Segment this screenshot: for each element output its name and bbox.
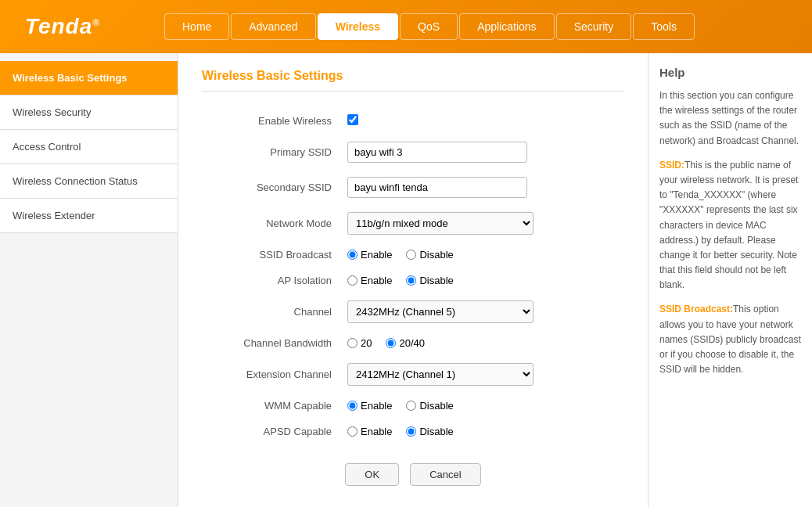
ap-isolation-enable-label[interactable]: Enable (347, 275, 392, 286)
ap-isolation-radio-group: Enable Disable (347, 275, 620, 286)
secondary-ssid-input[interactable] (347, 177, 527, 198)
content-title: Wireless Basic Settings (202, 69, 624, 92)
sidebar-item-wireless-connection-status[interactable]: Wireless Connection Status (0, 164, 178, 199)
channel-bandwidth-radio-group: 20 20/40 (347, 337, 620, 349)
channel-row: Channel 2432MHz (Channel 5) 2412MHz (Cha… (202, 293, 624, 330)
nav-security[interactable]: Security (556, 13, 632, 40)
wmm-disable-text: Disable (419, 400, 453, 412)
secondary-ssid-label: Secondary SSID (202, 170, 343, 205)
ok-button[interactable]: OK (345, 463, 399, 486)
apsd-enable-text: Enable (361, 426, 392, 437)
logo-text: Tenda® (25, 14, 100, 39)
channel-select[interactable]: 2432MHz (Channel 5) 2412MHz (Channel 1) … (347, 300, 534, 323)
primary-ssid-row: Primary SSID (202, 135, 624, 170)
help-intro: In this section you can configure the wi… (659, 88, 801, 149)
wmm-enable-label[interactable]: Enable (347, 400, 392, 412)
channel-bandwidth-20-text: 20 (361, 337, 372, 349)
help-ssid-block: SSID:This is the public name of your wir… (659, 158, 801, 293)
apsd-capable-label: APSD Capable (202, 419, 343, 444)
nav-applications[interactable]: Applications (459, 13, 555, 40)
logo-registered: ® (92, 17, 100, 28)
main-layout: Wireless Basic Settings Wireless Securit… (0, 53, 812, 507)
logo: Tenda® (8, 7, 117, 46)
ssid-broadcast-label: SSID Broadcast (202, 242, 343, 268)
cancel-button[interactable]: Cancel (410, 463, 480, 486)
network-mode-select[interactable]: 11b/g/n mixed mode 11b only 11g only 11n… (347, 212, 534, 235)
sidebar-item-wireless-security[interactable]: Wireless Security (0, 95, 178, 130)
channel-label: Channel (202, 293, 343, 330)
enable-wireless-label: Enable Wireless (202, 107, 343, 135)
ssid-broadcast-radio-group: Enable Disable (347, 249, 620, 261)
extension-channel-field: 2412MHz (Channel 1) 2432MHz (Channel 5) (343, 356, 624, 393)
ap-isolation-field: Enable Disable (343, 268, 624, 293)
network-mode-row: Network Mode 11b/g/n mixed mode 11b only… (202, 205, 624, 242)
ssid-broadcast-enable-radio[interactable] (347, 250, 357, 260)
apsd-capable-field: Enable Disable (343, 419, 624, 444)
help-ssid-broadcast-label: SSID Broadcast: (659, 304, 733, 315)
extension-channel-select[interactable]: 2412MHz (Channel 1) 2432MHz (Channel 5) (347, 363, 534, 386)
sidebar-item-access-control[interactable]: Access Control (0, 130, 178, 164)
wmm-capable-label: WMM Capable (202, 393, 343, 419)
apsd-disable-text: Disable (419, 426, 453, 437)
primary-ssid-label: Primary SSID (202, 135, 343, 170)
wmm-enable-text: Enable (361, 400, 392, 412)
help-ssid-label: SSID: (659, 160, 684, 171)
primary-ssid-input[interactable] (347, 142, 527, 163)
ap-isolation-disable-text: Disable (419, 275, 453, 286)
primary-ssid-field (343, 135, 624, 170)
channel-bandwidth-20-label[interactable]: 20 (347, 337, 372, 349)
apsd-disable-label[interactable]: Disable (406, 426, 453, 437)
wmm-enable-radio[interactable] (347, 401, 357, 411)
channel-bandwidth-2040-label[interactable]: 20/40 (386, 337, 425, 349)
content-area: Wireless Basic Settings Enable Wireless … (178, 53, 648, 507)
secondary-ssid-field (343, 170, 624, 205)
nav-wireless[interactable]: Wireless (318, 13, 398, 40)
enable-wireless-checkbox[interactable] (347, 114, 358, 125)
ssid-broadcast-disable-radio[interactable] (406, 250, 416, 260)
ap-isolation-disable-label[interactable]: Disable (406, 275, 453, 286)
channel-bandwidth-2040-radio[interactable] (386, 338, 396, 348)
ssid-broadcast-field: Enable Disable (343, 242, 624, 268)
nav-qos[interactable]: QoS (400, 13, 458, 40)
wmm-disable-label[interactable]: Disable (406, 400, 453, 412)
channel-bandwidth-label: Channel Bandwidth (202, 330, 343, 356)
wmm-disable-radio[interactable] (406, 401, 416, 411)
secondary-ssid-row: Secondary SSID (202, 170, 624, 205)
ssid-broadcast-disable-text: Disable (419, 249, 453, 261)
help-ssid-broadcast-block: SSID Broadcast:This option allows you to… (659, 302, 801, 377)
sidebar: Wireless Basic Settings Wireless Securit… (0, 53, 178, 507)
channel-bandwidth-row: Channel Bandwidth 20 20/40 (202, 330, 624, 356)
channel-bandwidth-field: 20 20/40 (343, 330, 624, 356)
nav-home[interactable]: Home (164, 13, 229, 40)
nav-tools[interactable]: Tools (633, 13, 695, 40)
apsd-enable-radio[interactable] (347, 426, 357, 437)
nav-advanced[interactable]: Advanced (231, 13, 315, 40)
apsd-capable-row: APSD Capable Enable Disable (202, 419, 624, 444)
header: Tenda® Home Advanced Wireless QoS Applic… (0, 0, 812, 53)
help-title: Help (659, 66, 801, 79)
ap-isolation-disable-radio[interactable] (406, 275, 416, 286)
network-mode-label: Network Mode (202, 205, 343, 242)
network-mode-field: 11b/g/n mixed mode 11b only 11g only 11n… (343, 205, 624, 242)
ssid-broadcast-disable-label[interactable]: Disable (406, 249, 453, 261)
ap-isolation-enable-radio[interactable] (347, 275, 357, 286)
ssid-broadcast-enable-label[interactable]: Enable (347, 249, 392, 261)
sidebar-item-wireless-extender[interactable]: Wireless Extender (0, 199, 178, 233)
wmm-capable-row: WMM Capable Enable Disable (202, 393, 624, 419)
nav-bar: Home Advanced Wireless QoS Applications … (164, 13, 695, 40)
sidebar-item-wireless-basic[interactable]: Wireless Basic Settings (0, 61, 178, 95)
ap-isolation-enable-text: Enable (361, 275, 392, 286)
help-ssid-text: This is the public name of your wireless… (659, 160, 798, 291)
channel-bandwidth-20-radio[interactable] (347, 338, 357, 348)
channel-bandwidth-2040-text: 20/40 (399, 337, 425, 349)
ap-isolation-row: AP Isolation Enable Disable (202, 268, 624, 293)
apsd-enable-label[interactable]: Enable (347, 426, 392, 437)
ap-isolation-label: AP Isolation (202, 268, 343, 293)
settings-form: Enable Wireless Primary SSID Secondary S… (202, 107, 624, 444)
apsd-disable-radio[interactable] (406, 426, 416, 437)
apsd-capable-radio-group: Enable Disable (347, 426, 620, 437)
extension-channel-label: Extension Channel (202, 356, 343, 393)
ssid-broadcast-enable-text: Enable (361, 249, 392, 261)
wmm-capable-radio-group: Enable Disable (347, 400, 620, 412)
ssid-broadcast-row: SSID Broadcast Enable Disable (202, 242, 624, 268)
